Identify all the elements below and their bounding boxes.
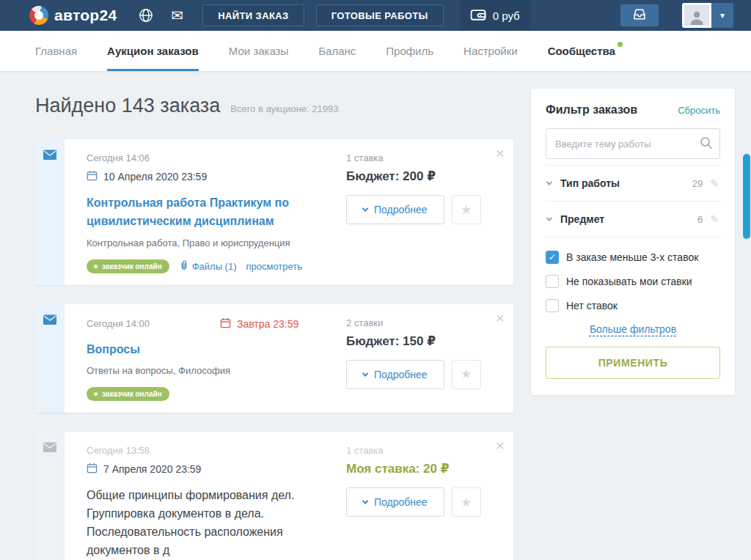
order-deadline: 10 Апреля 2020 23:59 bbox=[87, 170, 346, 183]
user-menu[interactable]: ▾ bbox=[682, 3, 733, 28]
chevron-down-icon bbox=[546, 215, 552, 221]
filter-header: Фильтр заказов Сбросить bbox=[546, 103, 720, 117]
chevron-down-icon: ▾ bbox=[711, 10, 733, 21]
customer-online-badge: заказчик онлайн bbox=[87, 259, 169, 273]
paperclip-icon bbox=[179, 260, 188, 273]
tab-profile[interactable]: Профиль bbox=[386, 31, 433, 71]
details-label: Подробнее bbox=[374, 204, 428, 215]
details-label: Подробнее bbox=[374, 496, 428, 508]
checkbox-unchecked[interactable] bbox=[546, 275, 559, 288]
filter-section-work-type[interactable]: Тип работы 29 ✎ bbox=[546, 165, 720, 202]
details-button[interactable]: Подробнее bbox=[346, 195, 444, 224]
filter-section-subject[interactable]: Предмет 6 ✎ bbox=[546, 202, 720, 237]
card-status-strip bbox=[35, 304, 65, 413]
order-category: Ответы на вопросы, Философия bbox=[87, 365, 346, 376]
tab-home[interactable]: Главная bbox=[35, 31, 77, 71]
order-title-link[interactable]: Общие принципы формирования дел. Группир… bbox=[87, 487, 340, 559]
filter-checkbox-row[interactable]: Нет ставок bbox=[546, 299, 720, 312]
bids-count: 2 ставки bbox=[346, 317, 502, 328]
logo-text: автор24 bbox=[54, 7, 117, 24]
balance[interactable]: 0 руб bbox=[460, 0, 530, 31]
logo[interactable]: автор24 bbox=[29, 6, 117, 25]
tab-auction[interactable]: Аукцион заказов bbox=[107, 31, 199, 71]
files-link[interactable]: Файлы (1) bbox=[179, 260, 237, 273]
content-area: Найдено 143 заказа Всего в аукционе: 219… bbox=[0, 71, 751, 560]
order-side: 1 ставка Моя ставка: 20 ₽ Подробнее ★ bbox=[346, 443, 502, 560]
order-info: Сегодня 14:00 Завтра 23:59 Вопросы bbox=[87, 316, 346, 402]
filter-panel: Фильтр заказов Сбросить Тип работы 29 ✎ … bbox=[531, 89, 735, 395]
close-icon: × bbox=[496, 309, 505, 326]
scrollbar-thumb[interactable] bbox=[743, 154, 750, 239]
avatar bbox=[682, 3, 711, 28]
order-title-link[interactable]: Контрольная работа Практикум по цивилист… bbox=[87, 194, 332, 231]
order-card: Сегодня 14:06 10 Апреля 2020 23:59 Контр… bbox=[35, 139, 513, 285]
star-icon: ★ bbox=[461, 203, 472, 217]
mail-icon[interactable]: ✉ bbox=[171, 8, 183, 23]
reset-filters-link[interactable]: Сбросить bbox=[678, 105, 720, 116]
my-bid: Моя ставка: 20 ₽ bbox=[346, 461, 502, 476]
notification-dot bbox=[618, 42, 623, 47]
checkbox-label: Нет ставок bbox=[566, 300, 618, 312]
topic-search bbox=[546, 128, 720, 159]
favorite-button[interactable]: ★ bbox=[452, 360, 481, 389]
orders-column: Найдено 143 заказа Всего в аукционе: 219… bbox=[35, 89, 513, 560]
apply-button[interactable]: ПРИМЕНИТЬ bbox=[546, 347, 720, 379]
checkbox-checked[interactable]: ✓ bbox=[546, 251, 559, 264]
star-icon: ★ bbox=[461, 367, 472, 381]
order-time: Сегодня 14:06 bbox=[87, 152, 346, 163]
details-button[interactable]: Подробнее bbox=[346, 360, 444, 389]
filter-checkbox-row[interactable]: Не показывать мои ставки bbox=[546, 275, 720, 288]
filter-checkboxes: ✓ В заказе меньше 3-х ставок Не показыва… bbox=[546, 251, 720, 312]
favorite-button[interactable]: ★ bbox=[452, 195, 481, 224]
filter-title: Фильтр заказов bbox=[546, 103, 637, 117]
order-deadline: 7 Апреля 2020 23:59 bbox=[87, 463, 346, 476]
search-icon[interactable] bbox=[700, 136, 713, 152]
chevron-down-icon bbox=[362, 498, 368, 504]
close-order-button[interactable]: × bbox=[496, 310, 505, 325]
favorite-button[interactable]: ★ bbox=[452, 487, 481, 517]
check-icon: ✓ bbox=[549, 252, 556, 262]
chevron-down-icon bbox=[362, 205, 368, 211]
checkbox-unchecked[interactable] bbox=[546, 299, 559, 312]
calendar-icon bbox=[87, 463, 98, 476]
wallet-icon bbox=[470, 8, 486, 23]
view-link[interactable]: просмотреть bbox=[246, 261, 302, 272]
inbox-button[interactable] bbox=[620, 4, 659, 26]
order-card: Сегодня 13:58 7 Апреля 2020 23:59 Общие … bbox=[35, 432, 513, 560]
tab-communities-label: Сообщества bbox=[548, 45, 615, 57]
calendar-icon bbox=[87, 170, 98, 183]
order-meta-row: Сегодня 14:00 Завтра 23:59 bbox=[87, 317, 346, 331]
checkbox-label: В заказе меньше 3-х ставок bbox=[566, 251, 698, 263]
order-info: Сегодня 13:58 7 Апреля 2020 23:59 Общие … bbox=[87, 443, 346, 560]
files-link-label: Файлы (1) bbox=[192, 261, 237, 272]
edit-icon: ✎ bbox=[710, 177, 719, 189]
more-filters-link[interactable]: Больше фильтров bbox=[590, 323, 676, 335]
tab-my-orders[interactable]: Мои заказы bbox=[229, 31, 289, 71]
order-title-link[interactable]: Вопросы bbox=[87, 341, 332, 359]
topbar: автор24 ✉ НАЙТИ ЗАКАЗ ГОТОВЫЕ РАБОТЫ 0 р… bbox=[0, 0, 751, 31]
order-deadline-text: 10 Апреля 2020 23:59 bbox=[103, 171, 207, 183]
order-side: 1 ставка Бюджет: 200 ₽ Подробнее ★ bbox=[346, 151, 502, 273]
close-order-button[interactable]: × bbox=[496, 438, 505, 453]
bids-count: 1 ставка bbox=[346, 445, 502, 456]
results-header: Найдено 143 заказа Всего в аукционе: 219… bbox=[35, 95, 513, 117]
filter-checkbox-row[interactable]: ✓ В заказе меньше 3-х ставок bbox=[546, 251, 720, 264]
tab-communities[interactable]: Сообщества bbox=[548, 31, 615, 71]
close-icon: × bbox=[496, 437, 505, 454]
globe-icon[interactable] bbox=[139, 8, 153, 23]
order-card: Сегодня 14:00 Завтра 23:59 Вопросы bbox=[35, 304, 513, 413]
details-label: Подробнее bbox=[374, 369, 428, 380]
filter-section-label: Тип работы bbox=[560, 177, 685, 189]
search-input[interactable] bbox=[546, 128, 720, 159]
logo-icon bbox=[29, 6, 48, 25]
filter-section-count: 29 bbox=[692, 178, 703, 189]
close-order-button[interactable]: × bbox=[496, 145, 505, 161]
tab-settings[interactable]: Настройки bbox=[464, 31, 518, 71]
bids-count: 1 ставка bbox=[346, 152, 502, 163]
find-order-button[interactable]: НАЙТИ ЗАКАЗ bbox=[202, 4, 304, 26]
details-button[interactable]: Подробнее bbox=[346, 487, 444, 517]
chevron-down-icon bbox=[546, 179, 552, 185]
tab-balance[interactable]: Баланс bbox=[318, 31, 356, 71]
ready-works-button[interactable]: ГОТОВЫЕ РАБОТЫ bbox=[316, 4, 444, 26]
order-tags: заказчик онлайн bbox=[87, 387, 346, 401]
